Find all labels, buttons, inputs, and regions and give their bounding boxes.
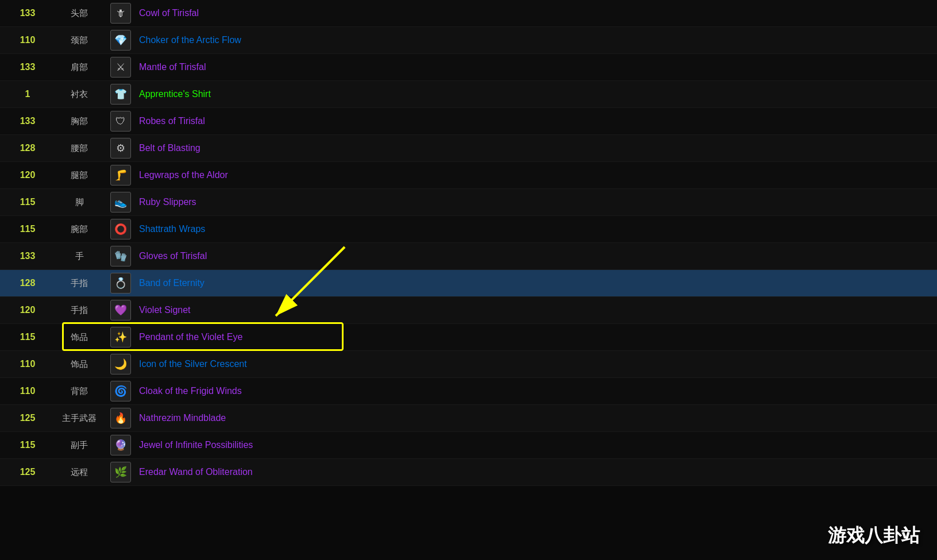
item-icon: 💍 — [108, 272, 133, 295]
item-name: Nathrezim Mindblade — [139, 413, 932, 423]
item-level: 133 — [5, 251, 51, 261]
item-level: 115 — [5, 440, 51, 450]
table-row[interactable]: 110 背部 🌀 Cloak of the Frigid Winds — [0, 378, 937, 405]
item-slot: 颈部 — [51, 35, 108, 46]
item-level: 133 — [5, 62, 51, 72]
item-icon: ⭕ — [108, 218, 133, 241]
icon-image: 👕 — [110, 84, 131, 105]
icon-image: ⚙ — [110, 138, 131, 159]
item-slot: 手指 — [51, 278, 108, 289]
item-level: 120 — [5, 305, 51, 315]
item-level: 115 — [5, 197, 51, 207]
table-row[interactable]: 133 肩部 ⚔ Mantle of Tirisfal — [0, 54, 937, 81]
item-slot: 饰品 — [51, 359, 108, 370]
table-row[interactable]: 110 颈部 💎 Choker of the Arctic Flow — [0, 27, 937, 54]
item-level: 110 — [5, 386, 51, 396]
item-name: Mantle of Tirisfal — [139, 62, 932, 72]
item-name: Belt of Blasting — [139, 143, 932, 153]
item-slot: 主手武器 — [51, 413, 108, 424]
item-slot: 副手 — [51, 440, 108, 451]
table-row[interactable]: 115 脚 👟 Ruby Slippers — [0, 189, 937, 216]
item-icon: 👕 — [108, 83, 133, 106]
item-level: 120 — [5, 170, 51, 180]
icon-image: 💎 — [110, 30, 131, 51]
item-icon: 🌀 — [108, 380, 133, 403]
table-row[interactable]: 128 手指 💍 Band of Eternity — [0, 270, 937, 297]
icon-image: ✨ — [110, 327, 131, 347]
table-row[interactable]: 120 腿部 🦵 Legwraps of the Aldor — [0, 162, 937, 189]
item-icon: 🌿 — [108, 461, 133, 484]
table-row[interactable]: 110 饰品 🌙 Icon of the Silver Crescent — [0, 351, 937, 378]
item-level: 133 — [5, 8, 51, 18]
table-row[interactable]: 115 腕部 ⭕ Shattrath Wraps — [0, 216, 937, 243]
icon-image: 🔥 — [110, 408, 131, 428]
item-level: 128 — [5, 143, 51, 153]
item-name: Choker of the Arctic Flow — [139, 35, 932, 45]
table-row[interactable]: 128 腰部 ⚙ Belt of Blasting — [0, 135, 937, 162]
item-icon: 🔥 — [108, 407, 133, 430]
icon-image: 🔮 — [110, 435, 131, 455]
icon-image: 🧤 — [110, 246, 131, 267]
table-row[interactable]: 133 手 🧤 Gloves of Tirisfal — [0, 243, 937, 270]
item-name: Cowl of Tirisfal — [139, 8, 932, 18]
item-slot: 脚 — [51, 197, 108, 208]
item-name: Apprentice's Shirt — [139, 89, 932, 99]
item-name: Gloves of Tirisfal — [139, 251, 932, 261]
item-name: Pendant of the Violet Eye — [139, 332, 932, 342]
table-row[interactable]: 120 手指 💜 Violet Signet — [0, 297, 937, 324]
icon-image: 🌀 — [110, 381, 131, 401]
icon-image: ⚔ — [110, 57, 131, 78]
item-level: 110 — [5, 359, 51, 369]
icon-image: 💍 — [110, 273, 131, 293]
item-slot: 背部 — [51, 386, 108, 397]
item-icon: 💎 — [108, 29, 133, 52]
item-icon: 🗡 — [108, 2, 133, 25]
item-icon: 👟 — [108, 191, 133, 214]
item-icon: ⚔ — [108, 56, 133, 79]
item-slot: 衬衣 — [51, 89, 108, 100]
table-row[interactable]: 115 饰品 ✨ Pendant of the Violet Eye — [0, 324, 937, 351]
item-name: Jewel of Infinite Possibilities — [139, 440, 932, 450]
item-icon: 🧤 — [108, 245, 133, 268]
icon-image: 🌿 — [110, 462, 131, 482]
item-icon: 🔮 — [108, 434, 133, 457]
item-level: 115 — [5, 332, 51, 342]
item-name: Band of Eternity — [139, 278, 932, 288]
item-slot: 腰部 — [51, 143, 108, 154]
item-level: 128 — [5, 278, 51, 288]
table-row[interactable]: 133 胸部 🛡 Robes of Tirisfal — [0, 108, 937, 135]
item-name: Shattrath Wraps — [139, 224, 932, 234]
icon-image: 🛡 — [110, 111, 131, 132]
item-slot: 饰品 — [51, 332, 108, 343]
icon-image: ⭕ — [110, 219, 131, 240]
item-level: 133 — [5, 116, 51, 126]
item-level: 125 — [5, 467, 51, 477]
table-row[interactable]: 115 副手 🔮 Jewel of Infinite Possibilities — [0, 432, 937, 459]
watermark: 游戏八卦站 — [828, 523, 920, 549]
item-level: 110 — [5, 35, 51, 45]
item-slot: 腕部 — [51, 224, 108, 235]
item-name: Ruby Slippers — [139, 197, 932, 207]
table-row[interactable]: 125 主手武器 🔥 Nathrezim Mindblade — [0, 405, 937, 432]
item-slot: 手指 — [51, 305, 108, 316]
item-name: Eredar Wand of Obliteration — [139, 467, 932, 477]
icon-image: 🦵 — [110, 165, 131, 186]
item-slot: 远程 — [51, 467, 108, 478]
item-slot: 胸部 — [51, 116, 108, 127]
item-name: Cloak of the Frigid Winds — [139, 386, 932, 396]
table-row[interactable]: 1 衬衣 👕 Apprentice's Shirt — [0, 81, 937, 108]
icon-image: 👟 — [110, 192, 131, 213]
item-name: Robes of Tirisfal — [139, 116, 932, 126]
table-row[interactable]: 125 远程 🌿 Eredar Wand of Obliteration — [0, 459, 937, 486]
item-icon: 💜 — [108, 299, 133, 322]
item-icon: 🦵 — [108, 164, 133, 187]
item-slot: 头部 — [51, 8, 108, 19]
icon-image: 🌙 — [110, 354, 131, 374]
item-name: Icon of the Silver Crescent — [139, 359, 932, 369]
icon-image: 🗡 — [110, 3, 131, 24]
item-slot: 手 — [51, 251, 108, 262]
item-level: 1 — [5, 89, 51, 99]
item-icon: ✨ — [108, 326, 133, 349]
item-level: 115 — [5, 224, 51, 234]
table-row[interactable]: 133 头部 🗡 Cowl of Tirisfal — [0, 0, 937, 27]
